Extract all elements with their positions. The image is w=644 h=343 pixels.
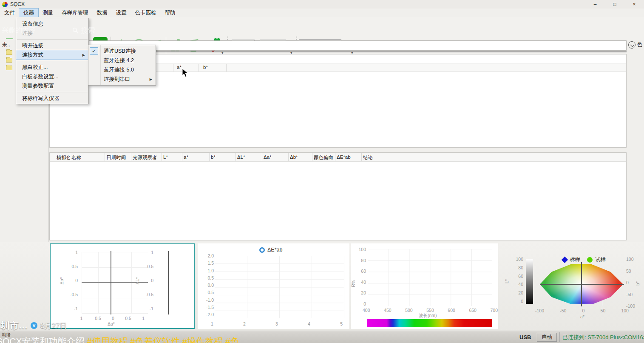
tick-label: -100 <box>626 303 635 309</box>
menu-item-disconnect[interactable]: 断开连接 <box>16 41 88 50</box>
column-header[interactable]: 结论 <box>362 153 413 161</box>
post-date: 8月27日 <box>40 321 67 331</box>
tick-label: 1 <box>211 321 213 326</box>
charts-strip: 10.50-0.5-1 Δb* -1-0.500.51 Δa* 10.50-0.… <box>0 242 644 331</box>
tick-label: 1 <box>75 250 78 255</box>
tree-root-node[interactable]: 未.. <box>2 41 10 49</box>
tick-label: 1.0 <box>207 268 214 273</box>
menu-measure[interactable]: 测量 <box>38 9 57 17</box>
menu-item-measure-params[interactable]: 测量参数配置 <box>16 81 88 91</box>
tick-label: 0 <box>363 301 366 306</box>
folder-icon[interactable] <box>6 58 12 63</box>
titlebar: SQCX – □ × <box>0 0 644 9</box>
menu-colorcard-match[interactable]: 色卡匹检 <box>131 9 161 17</box>
tick-label: -1.5 <box>206 305 214 310</box>
tick-label: 5 <box>340 321 343 326</box>
tick-label: 0 <box>521 299 523 304</box>
menu-settings[interactable]: 设置 <box>112 9 131 17</box>
delta-e-chart-panel[interactable]: ΔE*ab 2.01.51.00.50.0-0.5-1.0-1.5-2.0 12… <box>198 243 349 329</box>
tick-label: 400 <box>363 308 370 313</box>
folder-icon[interactable] <box>6 50 12 55</box>
tick-label: -0.5 <box>146 292 153 297</box>
menu-item-write-standard[interactable]: 将标样写入仪器 <box>16 94 88 103</box>
tick-label: 20 <box>518 290 523 295</box>
menu-sample-library[interactable]: 存样库管理 <box>57 9 93 17</box>
tick-label: 80 <box>361 258 366 263</box>
column-header[interactable]: L* <box>162 153 182 161</box>
tick-label: 1 <box>142 316 145 321</box>
maximize-button[interactable]: □ <box>605 0 624 9</box>
video-watermark-text: 兴趣的内容 <box>2 26 36 35</box>
caption-tags: #使用教程 #色差仪软件 #操作教程 #色 <box>85 336 239 343</box>
menu-help[interactable]: 帮助 <box>161 9 180 17</box>
tick-label: 650 <box>469 308 477 313</box>
delta-e-marker-icon <box>259 247 265 253</box>
column-header[interactable]: ΔL* <box>236 153 262 161</box>
column-header[interactable]: b* <box>210 153 236 161</box>
chevron-down-circle-icon[interactable] <box>628 41 635 49</box>
spectrum-chart-panel[interactable]: 100806040200 R% 400450500550600650700 波长… <box>351 243 498 329</box>
spectrum-colorbar <box>367 319 492 327</box>
search-icon <box>72 27 79 34</box>
menu-instrument[interactable]: 仪器 <box>19 9 38 17</box>
collapse-panel-widget[interactable]: 色 <box>628 41 642 49</box>
menu-item-whiteboard-params[interactable]: 白板参数设置... <box>16 72 88 81</box>
column-header[interactable]: 颜色偏向 <box>312 153 335 161</box>
column-header[interactable]: 光源观察者 <box>131 153 162 161</box>
menu-item-bw-calibration[interactable]: 黑白校正... <box>16 63 88 72</box>
tick-label: 0.5 <box>147 264 153 269</box>
tick-label: 0 <box>75 278 78 283</box>
column-header[interactable]: ΔE*ab <box>335 153 362 161</box>
tick-label: 1 <box>151 250 153 255</box>
minimize-button[interactable]: – <box>585 0 605 9</box>
tick-label: 0.0 <box>207 283 214 288</box>
tick-label: -100 <box>535 308 544 313</box>
column-header[interactable]: 日期时间 <box>105 153 131 161</box>
submenu-arrow-icon: ▶ <box>82 53 85 57</box>
tick-label: -1 <box>79 316 82 321</box>
tick-label: 0 <box>626 280 629 285</box>
tick-label: 100 <box>626 257 634 262</box>
column-header[interactable]: 名称 <box>70 153 105 161</box>
lightness-gradient-bar <box>526 259 533 304</box>
x-axis-label: 波长(nm) <box>419 313 437 319</box>
column-header[interactable]: Δa* <box>262 153 289 161</box>
submenu-item-bt42[interactable]: 蓝牙连接 4.2 <box>88 56 156 65</box>
tick-label: 2.0 <box>207 253 214 258</box>
menu-file[interactable]: 文件 <box>0 9 19 17</box>
tick-label: 0 <box>112 316 114 321</box>
close-button[interactable]: × <box>624 0 644 9</box>
status-auto-toggle[interactable]: 自动 <box>537 333 557 342</box>
toolbar: PDF <box>0 17 644 39</box>
chart-legend: ΔE*ab <box>259 247 282 253</box>
tick-label: -1.0 <box>206 297 214 303</box>
column-header[interactable]: a* <box>182 153 210 161</box>
tick-label: -50 <box>560 308 566 313</box>
menu-data[interactable]: 数据 <box>93 9 112 17</box>
column-header[interactable]: 模拟色 <box>55 153 70 161</box>
lab-space-chart-panel[interactable]: 标样 试样 100806040200 L* -100-50050100 a* 1… <box>499 243 641 329</box>
connection-submenu-popup: ✓ 通过USB连接 蓝牙连接 4.2 蓝牙连接 5.0 连接到串口 ▶ <box>88 45 156 86</box>
tick-label: -1 <box>150 306 153 311</box>
menubar: 文件 仪器 测量 存样库管理 数据 设置 色卡匹检 帮助 <box>0 9 644 17</box>
menu-item-connection-mode[interactable]: 连接方式 ▶ <box>16 50 88 60</box>
submenu-item-bt50[interactable]: 蓝牙连接 5.0 <box>88 65 156 74</box>
delta-l-axis-line <box>168 251 169 314</box>
submenu-item-serial[interactable]: 连接到串口 ▶ <box>88 74 156 84</box>
column-header[interactable]: Δb* <box>289 153 312 161</box>
y-axis-label: ΔL* <box>135 277 140 285</box>
corner-label: 色 <box>637 41 642 49</box>
tick-label: 50 <box>626 269 631 274</box>
delta-ab-chart-panel[interactable]: 10.50-0.5-1 Δb* -1-0.500.51 Δa* 10.50-0.… <box>50 243 195 329</box>
submenu-item-usb[interactable]: ✓ 通过USB连接 <box>88 46 156 56</box>
tick-label: -50 <box>626 292 633 297</box>
tick-label: 0 <box>582 308 585 313</box>
tick-label: 60 <box>361 269 366 274</box>
column-header-b[interactable]: b* <box>203 65 208 70</box>
b-axis-line <box>581 262 582 306</box>
folder-icon[interactable] <box>6 66 12 70</box>
column-header-a[interactable]: a* <box>177 65 182 70</box>
standard-marker-icon <box>562 257 568 263</box>
video-caption-overlay: SQCX安装和功能介绍 #使用教程 #色差仪软件 #操作教程 #色 <box>0 335 323 343</box>
tick-label: 40 <box>361 280 366 285</box>
